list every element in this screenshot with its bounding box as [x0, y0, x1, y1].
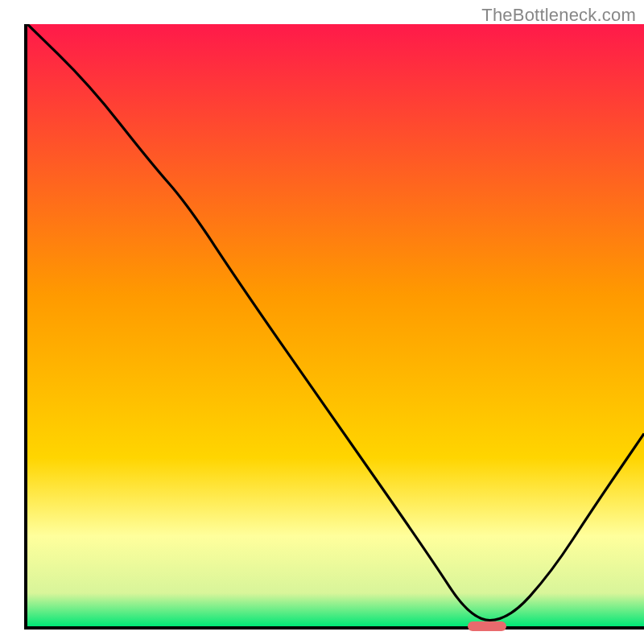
chart-svg — [27, 24, 644, 626]
plot-area — [27, 24, 644, 626]
gradient-bg — [27, 24, 644, 626]
watermark-label: TheBottleneck.com — [481, 5, 636, 26]
optimal-marker — [468, 621, 506, 631]
x-axis — [24, 626, 644, 630]
